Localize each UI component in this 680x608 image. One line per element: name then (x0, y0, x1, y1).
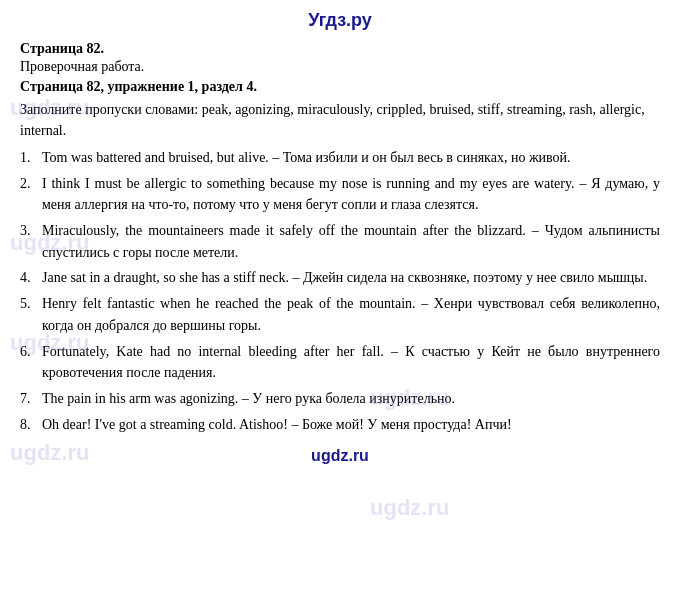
item-number: 5. (20, 293, 42, 336)
list-item: 7.The pain in his arm was agonizing. – У… (20, 388, 660, 410)
list-item: 5.Henry felt fantastic when he reached t… (20, 293, 660, 336)
page-container: Угдз.ру ugdz.ru ugdz.ru ugdz.ru ugdz.ru … (0, 0, 680, 608)
section-subtitle: Проверочная работа. (20, 59, 660, 75)
section-title: Страница 82. (20, 41, 660, 57)
item-number: 7. (20, 388, 42, 410)
item-text: Tom was battered and bruised, but alive.… (42, 147, 660, 169)
item-number: 2. (20, 173, 42, 216)
item-number: 8. (20, 414, 42, 436)
item-number: 4. (20, 267, 42, 289)
list-item: 2.I think I must be allergic to somethin… (20, 173, 660, 216)
list-item: 3.Miraculously, the mountaineers made it… (20, 220, 660, 263)
list-item: 1.Tom was battered and bruised, but aliv… (20, 147, 660, 169)
site-header: Угдз.ру (20, 10, 660, 31)
list-item: 8.Oh dear! I've got a streaming cold. At… (20, 414, 660, 436)
list-item: 6.Fortunately, Kate had no internal blee… (20, 341, 660, 384)
item-text: Oh dear! I've got a streaming cold. Atis… (42, 414, 660, 436)
item-text: The pain in his arm was agonizing. – У н… (42, 388, 660, 410)
items-list: 1.Tom was battered and bruised, but aliv… (20, 147, 660, 435)
instruction: Заполните пропуски словами: peak, agoniz… (20, 99, 660, 141)
item-text: Henry felt fantastic when he reached the… (42, 293, 660, 336)
list-item: 4.Jane sat in a draught, so she has a st… (20, 267, 660, 289)
item-number: 6. (20, 341, 42, 384)
item-text: I think I must be allergic to something … (42, 173, 660, 216)
footer-watermark: ugdz.ru (20, 447, 660, 465)
item-text: Fortunately, Kate had no internal bleedi… (42, 341, 660, 384)
item-text: Jane sat in a draught, so she has a stif… (42, 267, 660, 289)
watermark-6: ugdz.ru (370, 495, 449, 521)
exercise-title: Страница 82, упражнение 1, раздел 4. (20, 79, 660, 95)
item-number: 1. (20, 147, 42, 169)
item-number: 3. (20, 220, 42, 263)
item-text: Miraculously, the mountaineers made it s… (42, 220, 660, 263)
